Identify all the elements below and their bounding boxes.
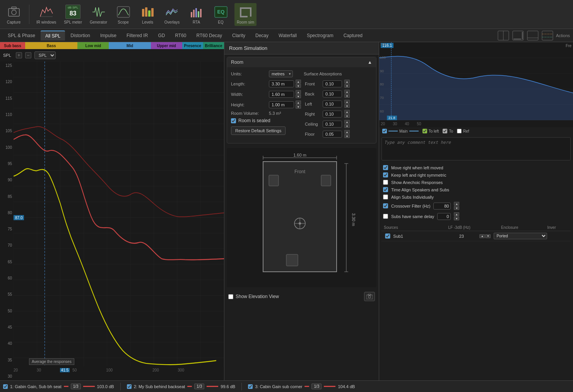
restore-defaults-button[interactable]: Restore Default Settings <box>231 126 286 135</box>
tab-gd[interactable]: GD <box>153 31 169 40</box>
show-elevation-checkbox[interactable] <box>228 294 233 299</box>
same-delay-checkbox[interactable] <box>383 214 388 219</box>
separate-icon[interactable] <box>497 30 510 41</box>
height-input[interactable] <box>269 101 294 108</box>
same-delay-input[interactable] <box>437 213 451 220</box>
front-up[interactable]: ▲ <box>344 80 350 84</box>
x-label-200: 200 <box>152 368 159 372</box>
surface-front-label: Front <box>305 82 320 86</box>
crossover-input[interactable] <box>433 203 451 210</box>
status-cb-2[interactable] <box>127 384 132 389</box>
surface-ceiling-input[interactable] <box>323 121 342 128</box>
zoom-out-button[interactable]: − <box>25 52 31 58</box>
ceiling-up[interactable]: ▲ <box>344 120 350 124</box>
actions-label[interactable]: Actions <box>556 33 570 38</box>
same-delay-up[interactable]: ▲ <box>454 212 459 216</box>
limits-icon[interactable] <box>541 30 554 41</box>
same-delay-down[interactable]: ▼ <box>454 216 459 220</box>
crossover-checkbox[interactable] <box>383 203 388 208</box>
status-cb-1[interactable] <box>3 384 8 389</box>
surface-floor-input[interactable] <box>323 131 342 138</box>
width-down[interactable]: ▼ <box>296 94 301 98</box>
height-down[interactable]: ▼ <box>296 105 301 109</box>
keep-symmetric-checkbox[interactable] <box>383 172 388 177</box>
sub1-enclosure-dropdown[interactable]: Ported Sealed <box>494 233 547 239</box>
legend-toleft-checkbox[interactable] <box>422 129 427 133</box>
freq-axis-icon[interactable] <box>527 30 539 41</box>
right-up[interactable]: ▲ <box>344 110 350 114</box>
toolbar-ir-windows[interactable]: IR windows <box>34 3 58 26</box>
dimensions-col: Length: ▲ ▼ Width: <box>231 80 301 140</box>
surface-left-input[interactable] <box>323 101 342 107</box>
toolbar-room-sim[interactable]: Room sim <box>234 3 257 26</box>
tab-spl-phase[interactable]: SPL & Phase <box>3 31 40 40</box>
length-input[interactable] <box>269 80 294 87</box>
crossover-up[interactable]: ▲ <box>454 202 459 206</box>
length-up[interactable]: ▲ <box>296 80 301 84</box>
floor-plan-container: 1.60 m 3.30 m Front <box>227 148 376 287</box>
option-keep-symmetric: Keep left and right symmetric <box>383 172 569 177</box>
comment-textarea[interactable] <box>382 138 570 160</box>
legend-ref-checkbox[interactable] <box>457 129 462 133</box>
units-dropdown[interactable]: metres feet <box>269 70 293 77</box>
tab-distortion[interactable]: Distortion <box>66 31 95 40</box>
tab-filtered-ir[interactable]: Filtered IR <box>122 31 152 40</box>
floor-down[interactable]: ▼ <box>344 134 350 138</box>
anechoic-checkbox[interactable] <box>383 180 388 185</box>
legend-main: Main <box>382 129 419 133</box>
legend-to-checkbox[interactable] <box>443 129 447 133</box>
status-cb-3[interactable] <box>248 384 253 389</box>
width-input[interactable] <box>269 91 294 98</box>
crossover-down[interactable]: ▼ <box>454 206 459 210</box>
move-right-checkbox[interactable] <box>383 165 388 170</box>
length-down[interactable]: ▼ <box>296 84 301 88</box>
sub1-lf-down[interactable]: ▼ <box>485 234 491 238</box>
back-down[interactable]: ▼ <box>344 94 350 98</box>
tab-all-spl[interactable]: All SPL <box>41 31 65 41</box>
spl-dropdown[interactable]: SPL <box>34 51 56 59</box>
capture-button[interactable]: Capture <box>3 3 24 26</box>
tab-clarity[interactable]: Clarity <box>227 31 250 40</box>
zoom-in-button[interactable]: + <box>16 52 22 58</box>
toolbar-overlays[interactable]: Overlays <box>161 3 183 26</box>
scrollbars-icon[interactable] <box>512 30 524 41</box>
tab-impulse[interactable]: Impulse <box>96 31 121 40</box>
front-down[interactable]: ▼ <box>344 84 350 88</box>
toolbar-levels[interactable]: Levels <box>137 3 158 26</box>
time-align-checkbox[interactable] <box>383 187 388 192</box>
sub1-lf-up[interactable]: ▲ <box>479 234 485 238</box>
tab-decay[interactable]: Decay <box>251 31 273 40</box>
surface-front-input[interactable] <box>323 80 342 87</box>
toolbar-rta[interactable]: RTA <box>186 3 207 26</box>
align-subs-checkbox[interactable] <box>383 194 388 199</box>
floor-up[interactable]: ▲ <box>344 130 350 134</box>
toolbar-scope[interactable]: Scope <box>113 3 134 26</box>
right-down[interactable]: ▼ <box>344 114 350 118</box>
left-down[interactable]: ▼ <box>344 104 350 108</box>
capture-label: Capture <box>7 20 21 24</box>
surface-floor-label: Floor <box>305 132 320 136</box>
legend-main-checkbox[interactable] <box>382 129 387 133</box>
ceiling-down[interactable]: ▼ <box>344 124 350 128</box>
room-sealed-checkbox[interactable] <box>231 118 236 123</box>
width-up[interactable]: ▲ <box>296 90 301 94</box>
height-up[interactable]: ▲ <box>296 101 301 104</box>
sub1-checkbox[interactable] <box>384 233 392 239</box>
tab-spectrogram[interactable]: Spectrogram <box>302 31 338 40</box>
surface-back-input[interactable] <box>323 90 342 97</box>
tab-rt60[interactable]: RT60 <box>170 31 191 40</box>
tab-waterfall[interactable]: Waterfall <box>274 31 301 40</box>
camera-button[interactable] <box>364 292 375 301</box>
back-up[interactable]: ▲ <box>344 90 350 94</box>
tab-rt60-decay[interactable]: RT60 Decay <box>192 31 227 40</box>
status-value-1: 103.0 dB <box>97 384 114 389</box>
mini-y-axis: 110 100 90 80 70 60 <box>380 42 386 113</box>
left-up[interactable]: ▲ <box>344 100 350 104</box>
toolbar-generator[interactable]: Generator <box>87 3 109 26</box>
toolbar-spl-meter[interactable]: dB SPL 83 SPL meter <box>62 3 84 26</box>
legend-to-left: To left <box>422 129 439 133</box>
toolbar-eq[interactable]: EQ EQ <box>210 3 231 26</box>
surface-right-input[interactable] <box>323 111 342 118</box>
room-section-header[interactable]: Room ▲ <box>227 57 376 67</box>
tab-captured[interactable]: Captured <box>339 31 367 40</box>
